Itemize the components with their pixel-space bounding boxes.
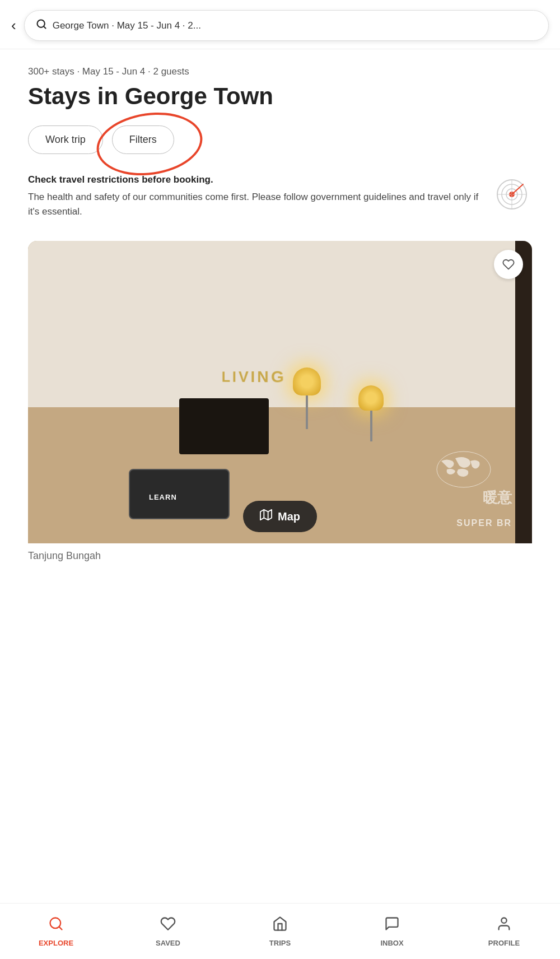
nav-trips[interactable]: TRIPS (224, 916, 336, 947)
main-content: 300+ stays · May 15 - Jun 4 · 2 guests S… (0, 49, 560, 591)
profile-icon (496, 916, 512, 935)
filters-wrapper: Filters (112, 125, 174, 154)
svg-point-14 (501, 918, 506, 923)
result-meta: 300+ stays · May 15 - Jun 4 · 2 guests (28, 66, 532, 77)
heart-button[interactable] (494, 250, 523, 279)
listing-image: LIVING LEARN (28, 241, 532, 543)
trips-icon (272, 916, 288, 935)
bottom-nav: EXPLORE SAVED TRIPS INBOX (0, 903, 560, 959)
search-icon (36, 18, 47, 32)
room-lamp-2 (356, 385, 386, 447)
learn-text: LEARN (149, 493, 177, 501)
filters-button[interactable]: Filters (112, 125, 174, 154)
radar-icon (495, 178, 529, 211)
filter-row: Work trip Filters (28, 125, 532, 154)
room-pillow (129, 469, 230, 519)
work-trip-button[interactable]: Work trip (28, 125, 103, 154)
search-bar[interactable]: George Town · May 15 - Jun 4 · 2... (24, 10, 549, 41)
world-map-icon (436, 450, 492, 489)
trips-label: TRIPS (269, 939, 291, 947)
alert-text: Check travel restrictions before booking… (28, 174, 480, 218)
listing-card[interactable]: LIVING LEARN (28, 241, 532, 569)
nav-inbox[interactable]: INBOX (336, 916, 448, 947)
room-furniture (179, 398, 269, 454)
living-text: LIVING (222, 367, 287, 387)
page-title: Stays in George Town (28, 83, 532, 110)
super-brand-text: SUPER BR (456, 518, 512, 528)
alert-title: Check travel restrictions before booking… (28, 174, 480, 185)
svg-marker-9 (260, 510, 272, 520)
radar-icon-wrap (492, 174, 532, 215)
listing-location: Tanjung Bungah (28, 543, 532, 569)
svg-line-13 (59, 927, 62, 929)
profile-label: PROFILE (488, 939, 520, 947)
svg-line-1 (44, 26, 46, 29)
explore-icon (48, 916, 64, 935)
lamp-shade-2 (358, 385, 384, 411)
lamp-stand (306, 395, 308, 429)
map-icon (260, 509, 272, 524)
inbox-icon (384, 916, 400, 935)
saved-label: SAVED (156, 939, 180, 947)
room-lamp (290, 367, 324, 435)
map-label: Map (278, 510, 300, 523)
back-button[interactable]: ‹ (11, 17, 16, 34)
room-background: LIVING LEARN (28, 241, 532, 543)
watermark-text: 暖意 (483, 488, 512, 508)
nav-explore[interactable]: EXPLORE (0, 916, 112, 947)
alert-box: Check travel restrictions before booking… (28, 174, 532, 218)
nav-saved[interactable]: SAVED (112, 916, 224, 947)
lamp-shade (293, 367, 321, 395)
room-dark-panel (515, 241, 532, 543)
nav-profile[interactable]: PROFILE (448, 916, 560, 947)
search-text: George Town · May 15 - Jun 4 · 2... (53, 20, 201, 31)
map-button[interactable]: Map (243, 501, 317, 532)
lamp-stand-2 (370, 411, 372, 441)
alert-body: The health and safety of our communities… (28, 190, 480, 218)
header: ‹ George Town · May 15 - Jun 4 · 2... (0, 0, 560, 49)
explore-label: EXPLORE (39, 939, 73, 947)
saved-icon (160, 916, 176, 935)
inbox-label: INBOX (380, 939, 403, 947)
